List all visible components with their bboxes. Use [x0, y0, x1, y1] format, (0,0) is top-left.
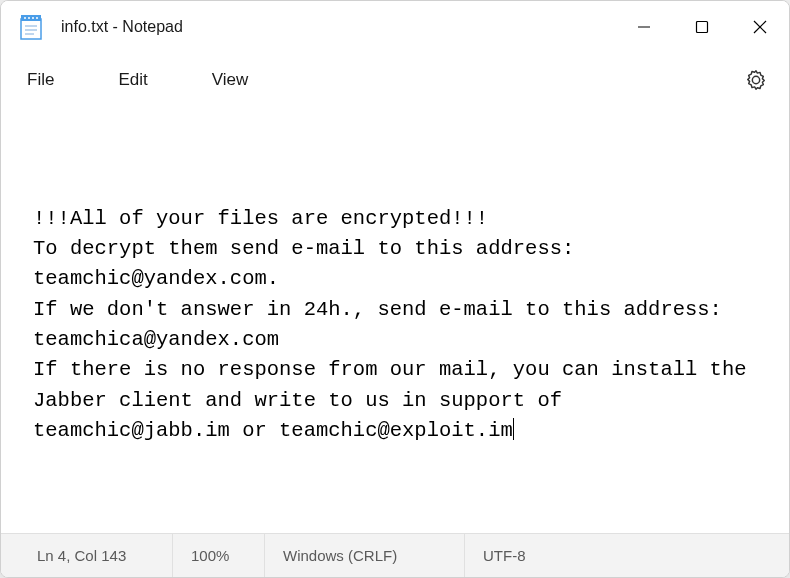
svg-point-2 [24, 17, 26, 19]
svg-rect-0 [21, 19, 41, 39]
menubar: File Edit View [1, 53, 789, 107]
menu-file[interactable]: File [19, 66, 62, 94]
svg-point-5 [36, 17, 38, 19]
svg-point-3 [28, 17, 30, 19]
window-controls [615, 1, 789, 53]
editor-area[interactable]: !!!All of your files are encrypted!!! To… [1, 107, 789, 533]
svg-rect-10 [697, 22, 708, 33]
maximize-button[interactable] [673, 1, 731, 53]
menu-edit[interactable]: Edit [110, 66, 155, 94]
titlebar: info.txt - Notepad [1, 1, 789, 53]
text-cursor [513, 418, 514, 440]
svg-point-4 [32, 17, 34, 19]
status-position: Ln 4, Col 143 [1, 534, 173, 577]
gear-icon [745, 69, 767, 91]
window-title: info.txt - Notepad [61, 18, 615, 36]
editor-text: !!!All of your files are encrypted!!! To… [33, 207, 759, 442]
close-button[interactable] [731, 1, 789, 53]
statusbar: Ln 4, Col 143 100% Windows (CRLF) UTF-8 [1, 533, 789, 577]
settings-button[interactable] [741, 65, 771, 95]
menu-view[interactable]: View [204, 66, 257, 94]
status-zoom[interactable]: 100% [173, 534, 265, 577]
notepad-icon [19, 15, 43, 39]
notepad-window: info.txt - Notepad File Edit View !!!All… [0, 0, 790, 578]
minimize-button[interactable] [615, 1, 673, 53]
status-encoding: UTF-8 [465, 534, 789, 577]
status-line-ending: Windows (CRLF) [265, 534, 465, 577]
